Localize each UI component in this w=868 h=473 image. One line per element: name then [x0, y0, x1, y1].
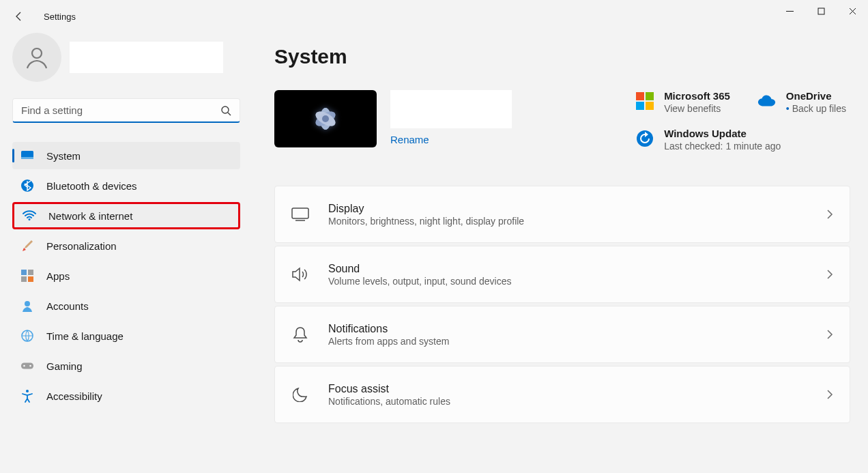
svg-rect-11	[21, 276, 27, 282]
info-cards: Microsoft 365 View benefits OneDrive Bac…	[635, 90, 846, 152]
display-icon	[290, 204, 310, 225]
sidebar-item-accessibility[interactable]: Accessibility	[12, 382, 240, 410]
svg-rect-12	[28, 276, 33, 282]
update-icon	[635, 129, 654, 148]
sidebar-item-accounts[interactable]: Accounts	[12, 292, 240, 319]
setting-focus-assist[interactable]: Focus assistNotifications, automatic rul…	[274, 366, 850, 423]
page-title: System	[274, 45, 850, 68]
sidebar-item-label: Network & internet	[48, 210, 132, 222]
apps-icon	[20, 269, 34, 283]
setting-title: Notifications	[328, 323, 825, 335]
settings-list: DisplayMonitors, brightness, night light…	[274, 186, 850, 423]
search-input[interactable]	[21, 104, 220, 116]
svg-point-17	[29, 365, 31, 367]
close-icon	[849, 8, 856, 15]
svg-point-25	[322, 115, 329, 122]
svg-line-4	[228, 113, 231, 115]
wifi-icon	[23, 209, 36, 223]
setting-title: Display	[328, 203, 825, 215]
rename-link[interactable]: Rename	[390, 134, 429, 145]
chevron-right-icon	[825, 270, 835, 279]
sidebar-item-label: Accessibility	[46, 390, 102, 402]
sound-icon	[290, 264, 310, 285]
window-controls	[774, 0, 868, 22]
accounts-icon	[20, 299, 34, 313]
device-name	[390, 90, 512, 128]
sidebar-item-bluetooth[interactable]: Bluetooth & devices	[12, 172, 240, 199]
svg-rect-1	[818, 8, 824, 14]
svg-point-16	[23, 365, 25, 367]
minimize-button[interactable]	[774, 0, 805, 22]
setting-sound[interactable]: SoundVolume levels, output, input, sound…	[274, 246, 850, 303]
device-info: Rename	[390, 90, 512, 146]
back-button[interactable]	[5, 3, 33, 30]
setting-sub: Monitors, brightness, night light, displ…	[328, 216, 825, 227]
svg-point-18	[26, 390, 29, 392]
sidebar-item-system[interactable]: System	[12, 142, 240, 169]
system-icon	[20, 149, 34, 162]
search-box[interactable]	[12, 98, 240, 123]
close-button[interactable]	[837, 0, 868, 22]
sidebar: System Bluetooth & devices Network & int…	[0, 33, 246, 473]
setting-notifications[interactable]: NotificationsAlerts from apps and system	[274, 306, 850, 363]
svg-point-8	[29, 218, 31, 220]
maximize-icon	[818, 8, 825, 15]
sidebar-item-time-language[interactable]: Time & language	[12, 322, 240, 349]
flower-graphic-icon	[298, 98, 353, 139]
svg-rect-6	[21, 157, 33, 159]
setting-title: Focus assist	[328, 383, 825, 395]
sidebar-item-label: Time & language	[46, 330, 124, 342]
card-sub: Back up files	[786, 103, 846, 114]
bell-icon	[290, 324, 310, 345]
bluetooth-icon	[20, 179, 34, 192]
microsoft-logo-icon	[635, 91, 654, 111]
svg-rect-10	[28, 270, 33, 275]
setting-sub: Alerts from apps and system	[328, 336, 825, 347]
onedrive-icon	[757, 91, 777, 111]
sidebar-item-personalization[interactable]: Personalization	[12, 232, 240, 259]
setting-title: Sound	[328, 263, 825, 275]
setting-sub: Volume levels, output, input, sound devi…	[328, 276, 825, 287]
maximize-button[interactable]	[805, 0, 837, 22]
brush-icon	[20, 239, 34, 253]
system-header: Rename Microsoft 365 View benefits	[274, 90, 850, 152]
onedrive-card[interactable]: OneDrive Back up files	[757, 90, 846, 114]
sidebar-item-apps[interactable]: Apps	[12, 262, 240, 289]
titlebar: Settings	[0, 0, 868, 33]
person-icon	[23, 44, 50, 71]
svg-rect-15	[21, 362, 33, 369]
sidebar-item-label: Accounts	[46, 300, 89, 312]
setting-display[interactable]: DisplayMonitors, brightness, night light…	[274, 186, 850, 243]
sidebar-item-label: Personalization	[46, 240, 117, 252]
windows-update-card[interactable]: Windows Update Last checked: 1 minute ag…	[635, 128, 781, 152]
sidebar-item-label: System	[46, 150, 81, 162]
card-title: Microsoft 365	[664, 90, 730, 102]
minimize-icon	[786, 8, 794, 15]
device-block: Rename	[274, 90, 512, 147]
profile-name	[70, 42, 223, 73]
svg-point-13	[25, 301, 30, 306]
accessibility-icon	[20, 389, 34, 403]
microsoft-365-card[interactable]: Microsoft 365 View benefits	[635, 90, 730, 114]
search-icon	[220, 105, 231, 116]
profile-block[interactable]	[12, 33, 235, 82]
sidebar-item-gaming[interactable]: Gaming	[12, 352, 240, 379]
chevron-right-icon	[825, 210, 835, 219]
arrow-left-icon	[14, 11, 25, 22]
sidebar-item-label: Gaming	[46, 360, 83, 372]
nav: System Bluetooth & devices Network & int…	[12, 142, 235, 410]
moon-icon	[290, 384, 310, 405]
globe-clock-icon	[20, 329, 34, 343]
sidebar-item-label: Apps	[46, 270, 70, 282]
gamepad-icon	[20, 359, 34, 373]
chevron-right-icon	[825, 390, 835, 399]
svg-point-2	[32, 48, 42, 58]
sidebar-item-network[interactable]: Network & internet	[12, 202, 240, 229]
svg-rect-27	[292, 208, 308, 218]
card-title: OneDrive	[786, 90, 846, 102]
setting-sub: Notifications, automatic rules	[328, 396, 825, 407]
svg-point-3	[222, 106, 229, 113]
device-wallpaper	[274, 90, 377, 147]
sidebar-item-label: Bluetooth & devices	[46, 180, 137, 192]
chevron-right-icon	[825, 330, 835, 339]
